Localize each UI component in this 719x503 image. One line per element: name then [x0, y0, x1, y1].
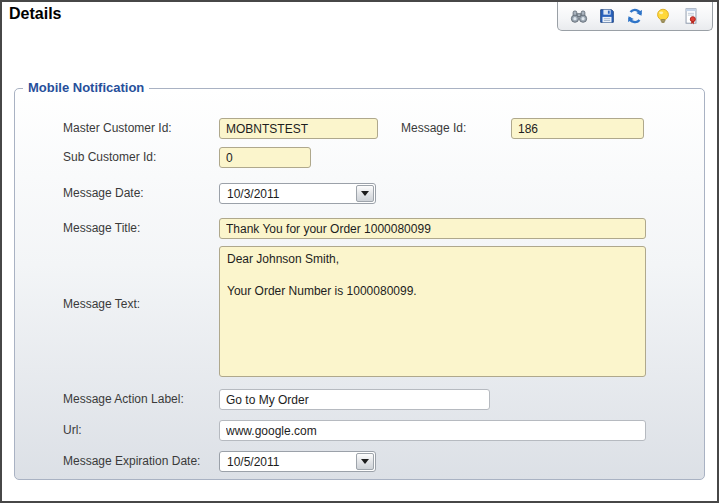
message-action-label-input[interactable]	[219, 389, 490, 410]
message-date-label: Message Date:	[63, 186, 144, 200]
message-action-label-label: Message Action Label:	[63, 392, 184, 406]
url-label: Url:	[63, 423, 82, 437]
message-id-label: Message Id:	[401, 121, 466, 135]
mobile-notification-panel: Mobile Notification Master Customer Id: …	[14, 88, 705, 480]
toolbar-report-button[interactable]	[680, 5, 702, 27]
message-text-textarea[interactable]: Dear Johnson Smith, Your Order Number is…	[219, 246, 646, 377]
message-text-label: Message Text:	[63, 297, 140, 311]
page-title: Details	[9, 5, 61, 23]
master-customer-id-label: Master Customer Id:	[63, 121, 172, 135]
message-expiration-date-label: Message Expiration Date:	[63, 454, 200, 468]
report-certificate-icon	[682, 7, 700, 25]
url-input[interactable]	[219, 420, 646, 441]
message-expiration-date-dropdown-button[interactable]	[356, 453, 374, 470]
details-window: Details	[0, 0, 719, 503]
message-title-label: Message Title:	[63, 221, 140, 235]
message-expiration-date-value: 10/5/2011	[227, 455, 280, 469]
toolbar-hint-button[interactable]	[652, 5, 674, 27]
hint-lightbulb-icon	[654, 7, 672, 25]
toolbar-find-button[interactable]	[568, 5, 590, 27]
toolbar-save-button[interactable]	[596, 5, 618, 27]
sub-customer-id-label: Sub Customer Id:	[63, 150, 156, 164]
toolbar-refresh-button[interactable]	[624, 5, 646, 27]
chevron-down-icon	[361, 459, 369, 464]
panel-legend: Mobile Notification	[23, 80, 149, 95]
message-date-value: 10/3/2011	[227, 187, 280, 201]
sub-customer-id-input[interactable]	[219, 147, 311, 168]
master-customer-id-input[interactable]	[219, 118, 378, 139]
message-date-dropdown[interactable]: 10/3/2011	[219, 183, 376, 204]
message-date-dropdown-button[interactable]	[356, 185, 374, 202]
message-id-input[interactable]	[511, 118, 644, 139]
toolbar	[557, 2, 713, 31]
find-icon	[570, 7, 588, 25]
save-icon	[598, 7, 616, 25]
message-expiration-date-dropdown[interactable]: 10/5/2011	[219, 451, 376, 472]
refresh-icon	[626, 7, 644, 25]
message-title-input[interactable]	[219, 218, 646, 239]
chevron-down-icon	[361, 191, 369, 196]
